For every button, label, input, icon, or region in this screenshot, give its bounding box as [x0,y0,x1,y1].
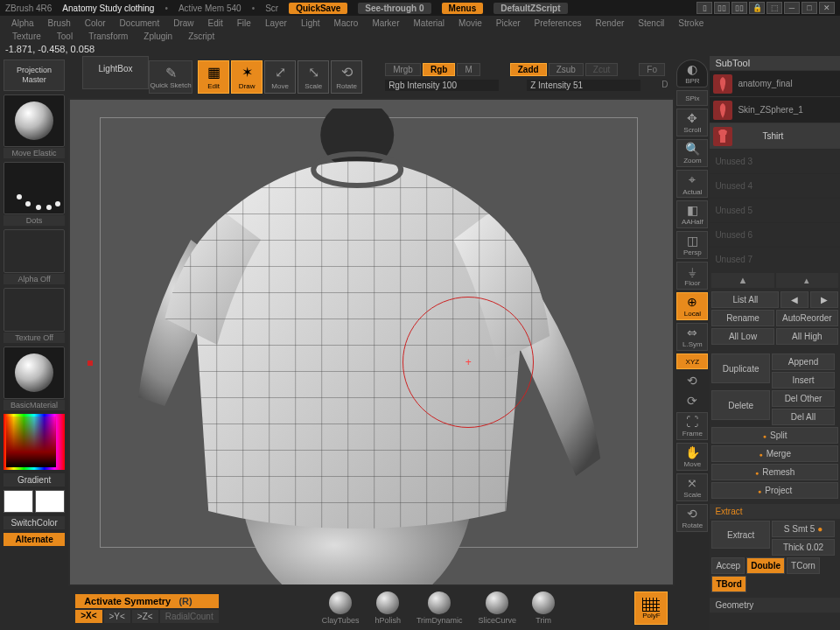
subtool-unused[interactable]: Unused 5 [710,198,840,222]
del-other-button[interactable]: Del Other [772,390,835,407]
subtool-unused[interactable]: Unused 3 [710,149,840,173]
maximize-button[interactable]: □ [802,2,817,14]
rename-button[interactable]: Rename [711,310,774,326]
persp-button[interactable]: ◫Persp [676,231,708,259]
nav-scale-button[interactable]: ⤧Scale [676,473,708,501]
subtool-item-skin[interactable]: Skin_ZSphere_1 [710,96,840,122]
draw-button[interactable]: ✶Draw [231,60,262,94]
menu-material[interactable]: Material [408,18,452,28]
menu-preferences[interactable]: Preferences [528,18,588,28]
color-swatches[interactable] [4,490,65,513]
subtool-unused[interactable]: Unused 7 [710,247,840,271]
double-button[interactable]: Double [746,557,785,574]
layout3-button[interactable]: ▯▯ [732,2,747,14]
quicksave-button[interactable]: QuickSave [289,3,347,14]
scroll-button[interactable]: ✥Scroll [676,108,708,136]
menu-zplugin[interactable]: Zplugin [136,32,179,41]
xyz-button[interactable]: XYZ [676,354,708,369]
edit-button[interactable]: ▦Edit [198,60,229,94]
layout1-button[interactable]: ▯ [696,2,712,14]
insert-button[interactable]: Insert [772,372,835,388]
menu-alpha[interactable]: Alpha [5,18,40,28]
rgb-button[interactable]: Rgb [423,63,455,76]
sym-x-button[interactable]: >X< [75,610,102,623]
local-button[interactable]: ⊕Local [676,292,708,320]
spix-label[interactable]: SPix [676,90,708,106]
zscript-label[interactable]: DefaultZScript [494,3,567,14]
close-button[interactable]: ✕ [819,2,835,14]
thick-slider[interactable]: Thick 0.02 [772,539,835,556]
nav-rotate-button[interactable]: ⟲Rotate [676,504,708,532]
menu-macro[interactable]: Macro [328,18,365,28]
duplicate-button[interactable]: Duplicate [711,354,770,383]
menu-layer[interactable]: Layer [259,18,293,28]
bpr-button[interactable]: ◐BPR [676,60,708,88]
lsym-button[interactable]: ⇔L.Sym [676,323,708,351]
zcut-button[interactable]: Zcut [585,63,618,76]
rgb-intensity-slider[interactable]: Rgb Intensity 100 [385,80,499,91]
split-section[interactable]: Split [711,427,838,444]
brush-trimdynamic[interactable]: TrimDynamic [416,592,463,625]
move-up-button[interactable]: ▲ [711,273,774,288]
accept-button[interactable]: Accep [711,557,745,574]
autoreorder-button[interactable]: AutoReorder [776,310,838,326]
z-intensity-slider[interactable]: Z Intensity 51 [527,80,640,91]
all-high-button[interactable]: All High [776,328,838,345]
alternate-button[interactable]: Alternate [4,533,65,546]
minimize-button[interactable]: ─ [784,2,800,14]
menu-marker[interactable]: Marker [366,18,405,28]
sym-y-button[interactable]: >Y< [104,610,130,623]
menu-file[interactable]: File [231,18,257,28]
m-button[interactable]: M [457,63,480,76]
menu-picker[interactable]: Picker [490,18,527,28]
delete-button[interactable]: Delete [711,390,770,420]
zoom-button[interactable]: 🔍Zoom [676,139,708,167]
extract-section-header[interactable]: Extract [710,504,840,519]
menu-zscript[interactable]: Zscript [181,32,221,41]
menu-render[interactable]: Render [590,18,631,28]
remesh-section[interactable]: Remesh [711,464,838,480]
menu-texture[interactable]: Texture [5,32,48,41]
radialcount[interactable]: RadialCount [160,610,219,623]
polyframe-button[interactable]: PolyF [634,592,668,625]
alpha-thumb[interactable] [4,229,65,273]
brush-trim[interactable]: Trim [532,592,555,625]
s-smt-slider[interactable]: S Smt 5 ● [772,521,835,537]
nav-left-button[interactable]: ◀ [780,291,808,308]
aahalf-button[interactable]: ◧AAHalf [676,200,708,228]
menu-brush[interactable]: Brush [42,18,77,28]
list-all-button[interactable]: List All [711,291,779,308]
switchcolor-button[interactable]: SwitchColor [4,516,65,529]
tbord-button[interactable]: TBord [711,576,746,592]
subtool-item-tshirt[interactable]: Tshirt [710,122,840,149]
menu-stencil[interactable]: Stencil [632,18,670,28]
gradient-label[interactable]: Gradient [4,473,65,486]
mrgb-button[interactable]: Mrgb [385,63,421,76]
brush-slicecurve[interactable]: SliceCurve [479,592,517,625]
lightbox-button[interactable]: LightBox [82,56,149,89]
scale-button[interactable]: ⤡Scale [298,60,329,94]
floor-button[interactable]: ⏚Floor [676,262,708,290]
menu-draw[interactable]: Draw [167,18,200,28]
del-all-button[interactable]: Del All [772,409,835,425]
menu-light[interactable]: Light [295,18,326,28]
color-picker[interactable] [4,414,65,470]
activate-symmetry-button[interactable]: Activate Symmetry (R) [75,594,219,608]
menu-stroke[interactable]: Stroke [672,18,710,28]
geometry-section[interactable]: Geometry [710,598,840,612]
layout4-button[interactable]: ⬚ [766,2,782,14]
tcorn-button[interactable]: TCorn [787,557,820,574]
project-section[interactable]: Project [711,482,838,499]
brush-hpolish[interactable]: hPolish [374,592,401,625]
menus-button[interactable]: Menus [442,3,484,14]
menu-edit[interactable]: Edit [202,18,229,28]
zsub-button[interactable]: Zsub [549,63,584,76]
projection-master-button[interactable]: Projection Master [4,60,65,91]
move-button[interactable]: ⤢Move [264,60,296,94]
viewport[interactable] [70,100,673,584]
all-low-button[interactable]: All Low [711,328,774,345]
rotate-button[interactable]: ⟲Rotate [331,60,362,94]
menu-transform[interactable]: Transform [81,32,135,41]
nav-right-button[interactable]: ▶ [810,291,838,308]
subtool-header[interactable]: SubTool [710,56,840,70]
